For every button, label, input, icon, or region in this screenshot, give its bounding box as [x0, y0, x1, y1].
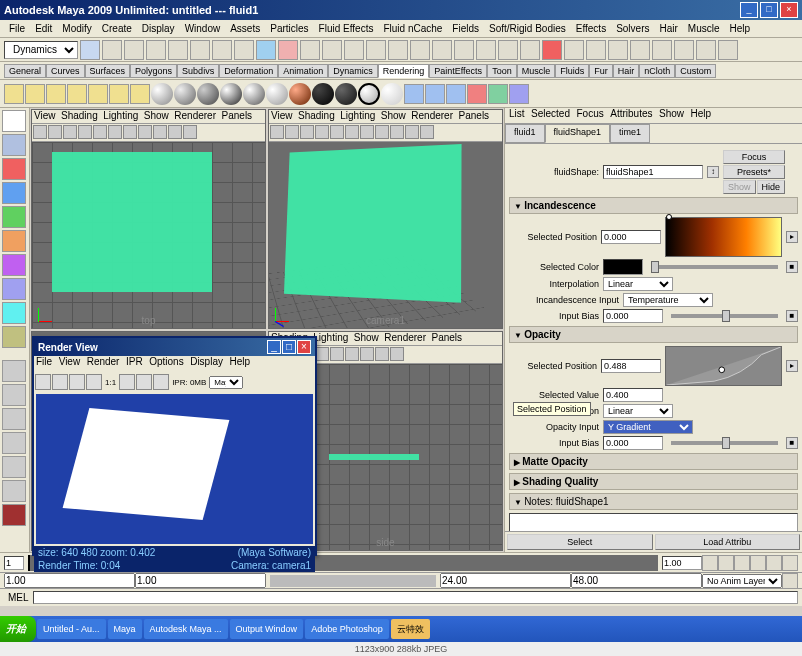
menu-softrigid[interactable]: Soft/Rigid Bodies	[484, 21, 571, 36]
tool-icon[interactable]	[212, 40, 232, 60]
focus-button[interactable]: Focus	[723, 150, 785, 164]
vpmenu-panels[interactable]: Panels	[432, 332, 463, 343]
menu-particles[interactable]: Particles	[265, 21, 313, 36]
vp-tool-icon[interactable]	[315, 347, 329, 361]
rvmenu-file[interactable]: File	[36, 356, 52, 367]
select-button[interactable]: Select	[507, 534, 653, 550]
tool-icon[interactable]	[564, 40, 584, 60]
section-incandescence[interactable]: Incandescence	[509, 197, 798, 214]
vp-tool-icon[interactable]	[375, 125, 389, 139]
rv-maximize-button[interactable]: □	[282, 340, 296, 354]
range-start-input[interactable]	[4, 573, 135, 588]
menu-fluid-ncache[interactable]: Fluid nCache	[378, 21, 447, 36]
lasso-tool-icon[interactable]	[2, 134, 26, 156]
material-sphere-icon[interactable]	[289, 83, 311, 105]
vp-tool-icon[interactable]	[153, 125, 167, 139]
tool-icon[interactable]	[168, 40, 188, 60]
rvmenu-options[interactable]: Options	[149, 356, 183, 367]
menu-modify[interactable]: Modify	[57, 21, 96, 36]
shelf-tab[interactable]: Subdivs	[177, 64, 219, 78]
tool-icon[interactable]	[102, 40, 122, 60]
menu-display[interactable]: Display	[137, 21, 180, 36]
tool-icon[interactable]	[630, 40, 650, 60]
vp-tool-icon[interactable]	[345, 125, 359, 139]
manip-tool-icon[interactable]	[2, 254, 26, 276]
vp-tool-icon[interactable]	[375, 347, 389, 361]
vpmenu-renderer[interactable]: Renderer	[384, 332, 426, 343]
vp-tool-icon[interactable]	[330, 125, 344, 139]
taskbar-item[interactable]: Adobe Photoshop	[305, 619, 389, 639]
playback-start-input[interactable]	[4, 556, 24, 570]
attrmenu-attributes[interactable]: Attributes	[610, 108, 652, 119]
sel-pos-input[interactable]	[601, 230, 661, 244]
menu-help[interactable]: Help	[725, 21, 756, 36]
hide-button[interactable]: Hide	[757, 180, 786, 194]
current-frame-input[interactable]	[662, 556, 702, 570]
rv-tool-icon[interactable]	[136, 374, 152, 390]
material-sphere-icon[interactable]	[220, 83, 242, 105]
range-start2-input[interactable]	[135, 573, 266, 588]
shelf-tab[interactable]: Fur	[589, 64, 613, 78]
vpmenu-lighting[interactable]: Lighting	[103, 110, 138, 121]
vp-tool-icon[interactable]	[360, 347, 374, 361]
tool-icon[interactable]	[124, 40, 144, 60]
magnet-icon[interactable]	[542, 40, 562, 60]
light-icon[interactable]	[67, 84, 87, 104]
viewport-canvas[interactable]: camera1	[269, 142, 502, 328]
tool-icon[interactable]	[432, 40, 452, 60]
layout-icon[interactable]	[2, 504, 26, 526]
layout-icon[interactable]	[2, 456, 26, 478]
shelf-tab[interactable]: Dynamics	[328, 64, 378, 78]
vp-tool-icon[interactable]	[405, 125, 419, 139]
vp-tool-icon[interactable]	[315, 125, 329, 139]
anim-layer-dropdown[interactable]: No Anim Layer	[702, 574, 782, 588]
light-icon[interactable]	[130, 84, 150, 104]
tool-icon[interactable]	[718, 40, 738, 60]
vpmenu-renderer[interactable]: Renderer	[174, 110, 216, 121]
menu-fluid-effects[interactable]: Fluid Effects	[314, 21, 379, 36]
render-icon[interactable]	[425, 84, 445, 104]
bias-slider[interactable]	[671, 441, 778, 445]
material-sphere-icon[interactable]	[358, 83, 380, 105]
tool-icon[interactable]	[344, 40, 364, 60]
conn-icon[interactable]: ■	[786, 437, 798, 449]
render-icon[interactable]	[488, 84, 508, 104]
material-sphere-icon[interactable]	[174, 83, 196, 105]
vp-tool-icon[interactable]	[330, 347, 344, 361]
tool-icon[interactable]	[2, 302, 26, 324]
vp-tool-icon[interactable]	[63, 125, 77, 139]
opacity-val-input[interactable]	[603, 388, 663, 402]
attrmenu-list[interactable]: List	[509, 108, 525, 119]
layout-icon[interactable]	[2, 432, 26, 454]
playback-step-back-icon[interactable]	[718, 555, 734, 571]
presets-button[interactable]: Presets*	[723, 165, 785, 179]
playback-play-icon[interactable]	[750, 555, 766, 571]
paint-tool-icon[interactable]	[2, 158, 26, 180]
opacity-pos-input[interactable]	[601, 359, 661, 373]
range-track[interactable]	[270, 575, 436, 587]
rv-minimize-button[interactable]: _	[267, 340, 281, 354]
vp-tool-icon[interactable]	[78, 125, 92, 139]
opacity-ramp[interactable]	[665, 346, 782, 386]
taskbar-item[interactable]: 云特效	[391, 619, 430, 639]
tool-icon[interactable]	[388, 40, 408, 60]
vpmenu-show[interactable]: Show	[354, 332, 379, 343]
vpmenu-lighting[interactable]: Lighting	[340, 110, 375, 121]
section-opacity[interactable]: Opacity	[509, 326, 798, 343]
attrmenu-help[interactable]: Help	[691, 108, 712, 119]
viewport-top[interactable]: View Shading Lighting Show Renderer Pane…	[31, 109, 266, 329]
vp-tool-icon[interactable]	[390, 125, 404, 139]
light-icon[interactable]	[109, 84, 129, 104]
material-sphere-icon[interactable]	[197, 83, 219, 105]
section-matte-opacity[interactable]: Matte Opacity	[509, 453, 798, 470]
taskbar-item[interactable]: Autodesk Maya ...	[144, 619, 228, 639]
layout-icon[interactable]	[2, 360, 26, 382]
tool-icon[interactable]	[586, 40, 606, 60]
shelf-tab[interactable]: General	[4, 64, 46, 78]
shelf-tab[interactable]: Deformation	[219, 64, 278, 78]
vp-tool-icon[interactable]	[138, 125, 152, 139]
render-icon[interactable]	[509, 84, 529, 104]
vp-tool-icon[interactable]	[360, 125, 374, 139]
rvmenu-display[interactable]: Display	[190, 356, 223, 367]
layout-icon[interactable]	[2, 408, 26, 430]
